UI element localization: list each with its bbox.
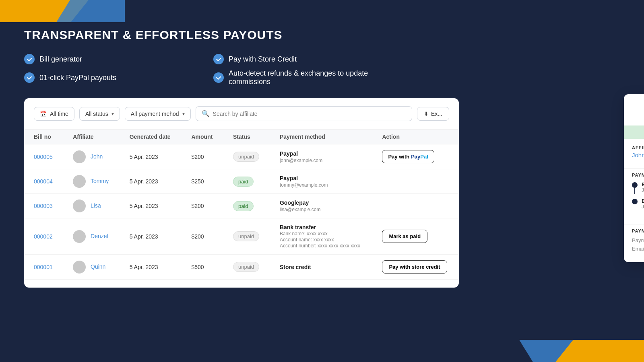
feature-label-auto-detect: Auto-detect refunds & exchanges to updat… (229, 69, 386, 86)
payment-method-name-tommy: Paypal (280, 175, 363, 181)
date-quinn: 5 Apr, 2023 (120, 255, 182, 280)
payment-method-quinn: Store credit (270, 255, 372, 280)
detail-affiliate-section: AFFILIATE John Doe (624, 145, 644, 164)
affiliate-name-tommy: Tommy (91, 178, 109, 184)
amount-tommy: $250 (182, 169, 223, 194)
timeline-dot-paid (632, 199, 638, 204)
payment-method-email-john: john@example.com (280, 158, 363, 163)
payment-method-name-lisa: Googlepay (280, 200, 363, 206)
date-john: 5 Apr, 2023 (120, 144, 182, 169)
chevron-down-icon-status: ▾ (111, 111, 114, 117)
check-icon-bill-gen (24, 54, 35, 64)
timeline-event-paid: Bill paid (642, 198, 644, 204)
action-lisa (372, 194, 459, 218)
col-payment-method: Payment method (270, 130, 372, 144)
affiliate-name-denzel: Denzel (91, 232, 108, 239)
timeline-label: PAYMENT TIMELINE (632, 173, 644, 177)
mark-as-paid-button-denzel[interactable]: Mark as paid (382, 230, 427, 243)
col-bill-no: Bill no (24, 130, 63, 144)
affiliate-name-lisa: Lisa (91, 202, 101, 209)
chevron-down-icon-payment: ▾ (182, 111, 185, 117)
timeline-event-created: Bill created (642, 181, 644, 187)
detail-payment-method-key: Payment method: (632, 237, 644, 243)
bill-no: 000003 (24, 194, 63, 218)
divider-1 (624, 168, 644, 169)
detail-amount: $220 (624, 94, 644, 125)
detail-payment-section: PAYMENT METHOD Payment method: PayPal Em… (624, 228, 644, 262)
payment-method-name-john: Paypal (280, 150, 363, 157)
status-lisa: paid (223, 194, 270, 218)
search-wrap[interactable]: 🔍 (196, 106, 412, 121)
affiliate-cell: Tommy (63, 169, 120, 194)
action-tommy (372, 169, 459, 194)
bill-no: 000001 (24, 255, 63, 280)
search-icon: 🔍 (202, 110, 210, 117)
feature-label-store-credit: Pay with Store Credit (229, 55, 297, 64)
bill-no: 000002 (24, 218, 63, 255)
account-number-denzel: Account number: xxxx xxxx xxxx xxxx (280, 243, 363, 249)
status-denzel: unpaid (223, 218, 270, 255)
account-name-denzel: Account name: xxxx xxxx (280, 237, 363, 243)
status-badge-unpaid-denzel: unpaid (233, 231, 259, 241)
feature-item-store-credit: Pay with Store Credit (213, 54, 386, 64)
bill-no: 000005 (24, 144, 63, 169)
bill-no: 000004 (24, 169, 63, 194)
amount-lisa: $200 (182, 194, 223, 218)
timeline-date-paid: Jun 20, 2023 (642, 204, 644, 210)
bill-link-000002[interactable]: 000002 (34, 233, 53, 240)
affiliate-name-quinn: Quinn (91, 263, 105, 269)
bank-name-denzel: Bank name: xxxx xxxx (280, 231, 363, 237)
filter-payment-method[interactable]: All payment mehod ▾ (125, 107, 191, 121)
detail-email-key: Email: (632, 246, 644, 252)
status-badge-paid-tommy: paid (233, 177, 254, 187)
timeline-item-created: Bill created Jun 17, 2023 (632, 181, 644, 193)
amount-quinn: $500 (182, 255, 223, 280)
date-denzel: 5 Apr, 2023 (120, 218, 182, 255)
filter-status[interactable]: All status ▾ (79, 107, 120, 121)
table-card: 📅 All time All status ▾ All payment meho… (24, 98, 459, 288)
col-status: Status (223, 130, 270, 144)
detail-affiliate-label: AFFILIATE (632, 145, 644, 150)
col-generated-date: Generated date (120, 130, 182, 144)
detail-payment-method-row: Payment method: PayPal (632, 237, 644, 243)
feature-label-bill-gen: Bill generator (39, 55, 82, 64)
action-quinn: Pay with store credit (372, 255, 459, 280)
col-amount: Amount (182, 130, 223, 144)
status-quinn: unpaid (223, 255, 270, 280)
affiliate-cell: Quinn (63, 255, 120, 280)
action-john: Pay with PayPal (372, 144, 459, 169)
check-icon-auto-detect (213, 72, 224, 83)
filter-payment-label: All payment mehod (131, 111, 179, 117)
bill-link-000005[interactable]: 000005 (34, 154, 53, 160)
amount-john: $200 (182, 144, 223, 169)
affiliate-cell: Denzel (63, 218, 120, 255)
calendar-icon: 📅 (40, 111, 47, 117)
amount-denzel: $200 (182, 218, 223, 255)
feature-list: Bill generator Pay with Store Credit 01-… (24, 54, 386, 86)
filters-row: 📅 All time All status ▾ All payment meho… (24, 106, 459, 129)
bill-link-000004[interactable]: 000004 (34, 178, 53, 185)
pay-with-store-credit-button-quinn[interactable]: Pay with store credit (382, 260, 447, 274)
table-row: 000001 Quinn 5 Apr, 2023 $500 unpaid Sto… (24, 255, 459, 280)
payment-method-email-lisa: lisa@example.com (280, 207, 363, 212)
status-badge-unpaid-john: unpaid (233, 152, 259, 162)
payment-method-denzel: Bank transfer Bank name: xxxx xxxx Accou… (270, 218, 372, 255)
detail-email-row: Email: john@example.com (632, 246, 644, 252)
export-button[interactable]: ⬇ Ex... (417, 107, 449, 121)
detail-payment-label: PAYMENT METHOD (632, 228, 644, 233)
timeline-item-paid: Bill paid Jun 20, 2023 (632, 198, 644, 210)
table-row: 000004 Tommy 5 Apr, 2023 $250 paid Paypa… (24, 169, 459, 194)
avatar-lisa (73, 200, 86, 212)
affiliate-cell: Lisa (63, 194, 120, 218)
filter-time[interactable]: 📅 All time (34, 107, 74, 121)
status-badge-unpaid-quinn: unpaid (233, 262, 259, 272)
bill-link-000001[interactable]: 000001 (34, 264, 53, 270)
export-icon: ⬇ (424, 111, 429, 117)
pay-with-paypal-button-john[interactable]: Pay with PayPal (382, 150, 434, 163)
payment-method-name-quinn: Store credit (280, 264, 363, 270)
payment-method-name-denzel: Bank transfer (280, 224, 363, 230)
payment-method-john: Paypal john@example.com (270, 144, 372, 169)
bill-link-000003[interactable]: 000003 (34, 203, 53, 209)
detail-timeline: PAYMENT TIMELINE Bill created Jun 17, 20… (624, 173, 644, 220)
search-input[interactable] (213, 111, 406, 117)
